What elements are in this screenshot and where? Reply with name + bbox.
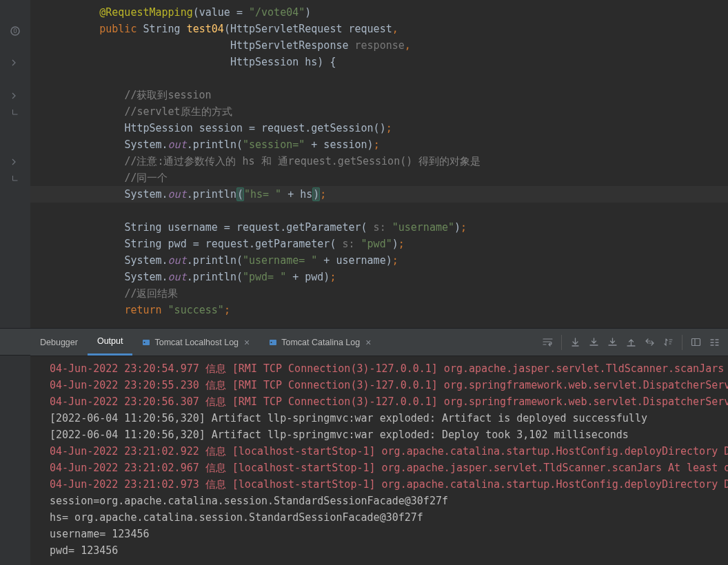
main-area: @RequestMapping(value = "/vote04") publi… (30, 0, 728, 565)
soft-wrap-icon[interactable] (543, 337, 553, 347)
fold-end-icon[interactable] (12, 175, 19, 181)
gutter: O (0, 0, 30, 565)
code-line[interactable]: //servlet原生的方式 (30, 103, 728, 120)
fold-end-icon[interactable] (12, 109, 19, 115)
close-icon[interactable]: × (365, 337, 371, 348)
code-line[interactable]: String username = request.getParameter( … (30, 219, 728, 236)
tab-debugger[interactable]: Debugger (30, 329, 88, 356)
code-line[interactable]: System.out.println("pwd= " + pwd); (30, 269, 728, 285)
code-line[interactable]: HttpSession session = request.getSession… (30, 120, 728, 136)
server-icon (269, 338, 277, 347)
override-marker-icon[interactable]: O (10, 26, 20, 36)
tab-label: Output (97, 336, 123, 346)
svg-point-5 (271, 342, 272, 343)
tab-label: Tomcat Localhost Log (154, 338, 239, 347)
compare-icon[interactable] (645, 337, 655, 347)
export-icon[interactable] (607, 337, 618, 347)
divider (561, 335, 562, 350)
fold-marker-icon[interactable] (12, 92, 19, 99)
tool-tab-gutter-bg (0, 328, 30, 356)
console-output[interactable]: 04-Jun-2022 23:20:54.977 信息 [RMI TCP Con… (30, 356, 728, 565)
console-line: pwd= 123456 (50, 542, 728, 559)
code-line[interactable] (30, 203, 728, 219)
fold-marker-icon[interactable] (12, 158, 19, 165)
tab-tomcat-localhost-log[interactable]: Tomcat Localhost Log × (132, 329, 259, 356)
tab-output[interactable]: Output (88, 329, 133, 356)
code-editor[interactable]: @RequestMapping(value = "/vote04") publi… (30, 0, 728, 328)
console-line: 04-Jun-2022 23:20:55.230 信息 [RMI TCP Con… (50, 377, 728, 393)
code-line[interactable]: public String test04(HttpServletRequest … (30, 21, 728, 37)
console-line: 04-Jun-2022 23:20:56.307 信息 [RMI TCP Con… (50, 393, 728, 410)
fold-marker-icon[interactable] (12, 59, 19, 66)
code-line[interactable]: String pwd = request.getParameter( s: "p… (30, 236, 728, 252)
code-line[interactable]: @RequestMapping(value = "/vote04") (30, 4, 728, 21)
code-line[interactable]: System.out.println("session=" + session)… (30, 136, 728, 153)
console-line: [2022-06-04 11:20:56,320] Artifact llp-s… (50, 410, 728, 427)
console-line: 04-Jun-2022 23:21:02.922 信息 [localhost-s… (50, 443, 728, 460)
code-line[interactable]: System.out.println("hs= " + hs); (30, 186, 728, 203)
tab-label: Debugger (40, 338, 78, 347)
console-line: 04-Jun-2022 23:20:54.977 信息 [RMI TCP Con… (50, 360, 728, 377)
close-icon[interactable]: × (244, 337, 250, 348)
settings-icon[interactable] (709, 337, 720, 347)
server-icon (142, 338, 150, 347)
console-line: [2022-06-04 11:20:56,320] Artifact llp-s… (50, 427, 728, 443)
console-line: hs= org.apache.catalina.session.Standard… (50, 509, 728, 526)
code-line[interactable]: //注意:通过参数传入的 hs 和 通request.getSession() … (30, 153, 728, 170)
console-line: 04-Jun-2022 23:21:02.967 信息 [localhost-s… (50, 460, 728, 476)
svg-text:O: O (13, 28, 17, 34)
tab-tomcat-catalina-log[interactable]: Tomcat Catalina Log × (259, 329, 381, 356)
upload-icon[interactable] (626, 337, 636, 347)
code-line[interactable]: //返回结果 (30, 285, 728, 302)
tool-actions (543, 335, 728, 350)
tool-window: Debugger Output Tomcat Localhost Log × T… (30, 328, 728, 565)
scroll-to-end-icon[interactable] (570, 337, 580, 347)
code-line[interactable]: HttpSession hs) { (30, 54, 728, 70)
layout-icon[interactable] (691, 337, 701, 347)
sort-icon[interactable] (663, 337, 674, 347)
svg-rect-6 (692, 339, 700, 346)
tab-label: Tomcat Catalina Log (281, 338, 360, 347)
console-line: 04-Jun-2022 23:21:02.973 信息 [localhost-s… (50, 476, 728, 493)
svg-point-3 (144, 342, 145, 343)
code-line[interactable]: HttpServletResponse response, (30, 37, 728, 54)
download-icon[interactable] (589, 337, 599, 347)
code-line[interactable]: return "success"; (30, 302, 728, 318)
code-line[interactable]: //获取到session (30, 87, 728, 103)
code-line[interactable]: System.out.println("username= " + userna… (30, 252, 728, 269)
code-line[interactable]: //同一个 (30, 170, 728, 186)
code-line[interactable] (30, 70, 728, 87)
divider (682, 335, 682, 350)
console-line: username= 123456 (50, 526, 728, 542)
console-line: session=org.apache.catalina.session.Stan… (50, 493, 728, 509)
tool-tabs: Debugger Output Tomcat Localhost Log × T… (30, 329, 728, 356)
